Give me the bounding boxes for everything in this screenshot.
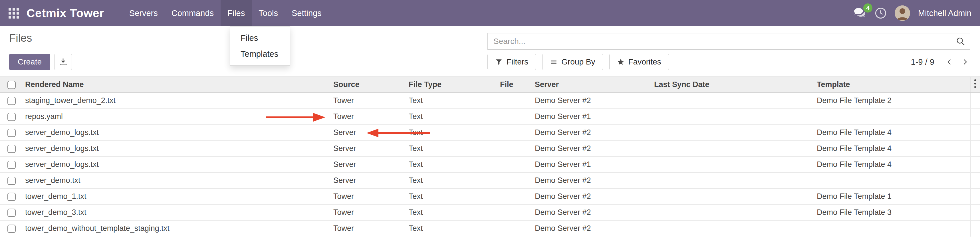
table-row[interactable]: server_demo.txt Server Text Demo Server … (0, 173, 980, 189)
table-row[interactable]: tower_demo_1.txt Tower Text Demo Server … (0, 189, 980, 205)
column-header-file-type[interactable]: File Type (406, 77, 498, 93)
cell-last-sync-date (652, 221, 815, 236)
table-row[interactable]: server_demo_logs.txt Server Text Demo Se… (0, 125, 980, 141)
pager: 1-9 / 9 (911, 54, 972, 70)
user-name[interactable]: Mitchell Admin (918, 9, 971, 18)
cell-file-type: Text (406, 173, 498, 189)
table-row[interactable]: tower_demo_3.txt Tower Text Demo Server … (0, 205, 980, 221)
left-actions: Create (9, 54, 72, 70)
menu-servers[interactable]: Servers (123, 0, 165, 26)
favorites-star-icon (617, 58, 624, 66)
column-header-file[interactable]: File (498, 77, 533, 93)
cell-template: Demo File Template 3 (815, 205, 970, 221)
files-table: Rendered Name Source File Type File Serv… (0, 76, 980, 236)
filters-label: Filters (507, 57, 528, 67)
activities-button[interactable] (875, 7, 887, 19)
cell-rendered-name: tower_demo_without_template_staging.txt (23, 221, 331, 236)
row-checkbox[interactable] (8, 145, 16, 153)
chevron-left-icon (946, 58, 953, 66)
cell-last-sync-date (652, 125, 815, 141)
cell-file (498, 93, 533, 109)
dropdown-item[interactable]: Templates (230, 46, 290, 62)
files-menu-dropdown: Files Templates (230, 26, 290, 66)
cell-source: Tower (331, 93, 406, 109)
group-by-label: Group By (562, 57, 595, 67)
cell-file (498, 109, 533, 125)
cell-server: Demo Server #1 (533, 157, 652, 173)
filter-icon (495, 58, 503, 66)
cell-file-type: Text (406, 205, 498, 221)
group-by-button[interactable]: Group By (542, 54, 603, 70)
dropdown-item[interactable]: Files (230, 30, 290, 46)
row-checkbox[interactable] (8, 129, 16, 137)
apps-grid-icon[interactable] (9, 8, 19, 19)
cell-file-type: Text (406, 109, 498, 125)
vertical-dots-icon (974, 78, 977, 89)
row-checkbox[interactable] (8, 193, 16, 201)
page-title: Files (9, 32, 32, 44)
control-panel: Files Create (0, 26, 980, 76)
cell-server: Demo Server #2 (533, 125, 652, 141)
row-checkbox[interactable] (8, 113, 16, 121)
messages-badge: 4 (863, 3, 872, 13)
select-all-checkbox[interactable] (8, 81, 16, 89)
cell-last-sync-date (652, 93, 815, 109)
cell-server: Demo Server #2 (533, 205, 652, 221)
cell-server: Demo Server #1 (533, 109, 652, 125)
table-row[interactable]: repos.yaml Tower Text Demo Server #1 (0, 109, 980, 125)
table-row[interactable]: tower_demo_without_template_staging.txt … (0, 221, 980, 236)
cell-file-type: Text (406, 189, 498, 205)
table-row[interactable]: server_demo_logs.txt Server Text Demo Se… (0, 141, 980, 157)
cell-file (498, 221, 533, 236)
cell-template (815, 221, 970, 236)
row-checkbox[interactable] (8, 225, 16, 233)
column-header-last-sync-date[interactable]: Last Sync Date (652, 77, 815, 93)
menu-settings[interactable]: Settings (285, 0, 328, 26)
cell-last-sync-date (652, 205, 815, 221)
view-controls: Filters Group By Favorites (487, 54, 669, 70)
table-row[interactable]: staging_tower_demo_2.txt Tower Text Demo… (0, 93, 980, 109)
create-button[interactable]: Create (9, 54, 50, 70)
avatar-image (895, 5, 910, 21)
menu-tools[interactable]: Tools (252, 0, 285, 26)
row-checkbox[interactable] (8, 177, 16, 185)
cell-last-sync-date (652, 157, 815, 173)
cell-template (815, 109, 970, 125)
download-icon (59, 57, 68, 67)
column-header-template[interactable]: Template (815, 77, 970, 93)
pager-previous-button[interactable] (942, 58, 957, 66)
favorites-button[interactable]: Favorites (609, 54, 669, 70)
cell-last-sync-date (652, 141, 815, 157)
cell-file (498, 157, 533, 173)
pager-next-button[interactable] (957, 58, 972, 66)
menu-commands[interactable]: Commands (165, 0, 221, 26)
export-button[interactable] (54, 54, 72, 70)
row-checkbox[interactable] (8, 161, 16, 169)
main-menu: Servers Commands Files Tools Settings (123, 0, 328, 26)
search-input[interactable] (488, 37, 951, 46)
cell-server: Demo Server #2 (533, 141, 652, 157)
column-header-server[interactable]: Server (533, 77, 652, 93)
cell-rendered-name: server_demo_logs.txt (23, 125, 331, 141)
row-checkbox[interactable] (8, 209, 16, 217)
menu-files[interactable]: Files (221, 0, 252, 26)
avatar[interactable] (895, 5, 910, 21)
cell-template: Demo File Template 4 (815, 125, 970, 141)
cell-last-sync-date (652, 173, 815, 189)
cell-file-type: Text (406, 125, 498, 141)
column-options-icon[interactable] (970, 77, 980, 93)
cell-file (498, 205, 533, 221)
cell-rendered-name: repos.yaml (23, 109, 331, 125)
column-header-source[interactable]: Source (331, 77, 406, 93)
cell-source: Tower (331, 109, 406, 125)
messages-button[interactable]: 4 (854, 8, 867, 19)
search-icon (956, 36, 966, 46)
cell-rendered-name: tower_demo_3.txt (23, 205, 331, 221)
filters-button[interactable]: Filters (487, 54, 536, 70)
group-by-icon (550, 58, 557, 66)
column-header-rendered-name[interactable]: Rendered Name (23, 77, 331, 93)
row-checkbox[interactable] (8, 97, 16, 105)
cell-file (498, 173, 533, 189)
search-button[interactable] (951, 33, 970, 49)
table-row[interactable]: server_demo_logs.txt Server Text Demo Se… (0, 157, 980, 173)
